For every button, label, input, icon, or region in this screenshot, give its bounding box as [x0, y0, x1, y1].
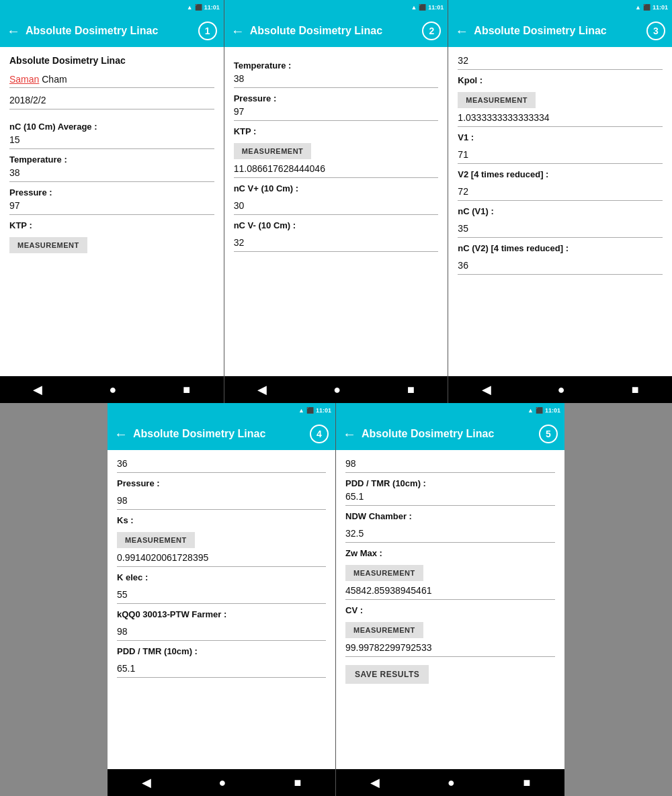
time-1: 11:01 — [204, 4, 220, 11]
header-title-3: Absolute Dosimetry Linac — [474, 25, 641, 37]
nav-bar-3: ◀ ● ■ — [448, 376, 672, 403]
content-1: Absolute Dosimetry Linac Saman Cham 2018… — [0, 47, 224, 376]
nav-back-5[interactable]: ◀ — [370, 775, 380, 790]
battery-icon-2: ⬛ — [419, 4, 426, 11]
signal-icon-4: ▲ — [298, 407, 304, 414]
nav-square-3[interactable]: ■ — [632, 383, 639, 397]
nc-v2-value-3: 36 — [458, 260, 663, 275]
nav-bar-5: ◀ ● ■ — [336, 769, 564, 796]
nav-home-2[interactable]: ● — [333, 383, 341, 397]
battery-icon-5: ⬛ — [536, 407, 543, 414]
nc-vplus-label-2: nC V+ (10 Cm) : — [234, 183, 439, 193]
status-bar-3: ▲ ⬛ 11:01 — [448, 0, 672, 15]
nc-label-1: nC (10 Cm) Average : — [9, 122, 214, 132]
nav-bar-2: ◀ ● ■ — [224, 376, 448, 403]
time-5: 11:01 — [545, 407, 560, 414]
nav-back-4[interactable]: ◀ — [142, 775, 151, 790]
nav-home-3[interactable]: ● — [558, 383, 565, 397]
v2-label-3: V2 [4 times reduced] : — [458, 169, 663, 179]
back-button-4[interactable]: ← — [114, 427, 128, 442]
app-header-1: ← Absolute Dosimetry Linac 1 — [0, 15, 224, 47]
status-icons-2: ▲ ⬛ 11:01 — [411, 4, 444, 11]
cv-label-5: CV : — [345, 605, 555, 615]
screen-3: ▲ ⬛ 11:01 ← Absolute Dosimetry Linac 3 3… — [448, 0, 672, 403]
kelec-value-4: 55 — [117, 589, 326, 604]
nav-bar-4: ◀ ● ■ — [108, 769, 335, 796]
measurement-button-4[interactable]: MEASUREMENT — [117, 532, 195, 548]
nav-back-1[interactable]: ◀ — [33, 382, 42, 397]
nc-v1-value-3: 35 — [458, 223, 663, 238]
status-bar-1: ▲ ⬛ 11:01 — [0, 0, 224, 15]
status-icons-5: ▲ ⬛ 11:01 — [528, 407, 560, 414]
screen-number-1: 1 — [198, 21, 217, 40]
app-header-2: ← Absolute Dosimetry Linac 2 — [224, 15, 448, 47]
screen-number-4: 4 — [310, 425, 329, 443]
status-icons-1: ▲ ⬛ 11:01 — [187, 4, 220, 11]
ks-value-4: 0.9914020061728395 — [117, 552, 326, 567]
nav-home-1[interactable]: ● — [109, 383, 116, 397]
nc-v1-label-3: nC (V1) : — [458, 206, 663, 216]
measurement-button-3[interactable]: MEASUREMENT — [458, 92, 536, 108]
pressure-value-2: 97 — [234, 106, 439, 121]
status-icons-4: ▲ ⬛ 11:01 — [298, 407, 331, 414]
pdd-value-4: 65.1 — [117, 663, 326, 678]
ndw-label-5: NDW Chamber : — [345, 511, 555, 521]
nc-vplus-value-2: 30 — [234, 200, 439, 215]
nav-square-1[interactable]: ■ — [183, 383, 190, 397]
save-results-button[interactable]: SAVE RESULTS — [345, 665, 429, 684]
temperature-value-1: 38 — [9, 167, 214, 182]
nav-square-2[interactable]: ■ — [407, 383, 415, 397]
measurement-button-2[interactable]: MEASUREMENT — [234, 143, 312, 159]
battery-icon: ⬛ — [195, 4, 202, 11]
time-4: 11:01 — [316, 407, 331, 414]
status-bar-4: ▲ ⬛ 11:01 — [108, 403, 335, 418]
signal-icon-3: ▲ — [635, 4, 641, 11]
nav-home-4[interactable]: ● — [219, 776, 226, 790]
content-3: 32 Kpol : MEASUREMENT 1.0333333333333334… — [448, 47, 672, 376]
back-button-3[interactable]: ← — [455, 24, 468, 39]
ktp-value-2: 11.086617628444046 — [234, 163, 439, 178]
nav-back-3[interactable]: ◀ — [482, 382, 491, 397]
status-bar-5: ▲ ⬛ 11:01 — [336, 403, 564, 418]
value-top-5: 98 — [345, 458, 555, 473]
patient-name-underline: Saman — [9, 74, 39, 85]
measurement-button-1[interactable]: MEASUREMENT — [9, 237, 87, 253]
pdd-value-5: 65.1 — [345, 491, 555, 506]
ks-label-4: Ks : — [117, 515, 326, 525]
status-icons-3: ▲ ⬛ 11:01 — [635, 4, 668, 11]
nav-bar-1: ◀ ● ■ — [0, 376, 224, 403]
header-title-4: Absolute Dosimetry Linac — [133, 428, 304, 440]
zw-value-5: 45842.85938945461 — [345, 585, 555, 600]
nav-square-5[interactable]: ■ — [523, 776, 530, 790]
measurement-button-5a[interactable]: MEASUREMENT — [345, 565, 423, 581]
pressure-label-4: Pressure : — [117, 478, 326, 488]
zw-label-5: Zw Max : — [345, 548, 555, 558]
v1-value-3: 71 — [458, 149, 663, 164]
pressure-label-1: Pressure : — [9, 187, 214, 197]
page-title-1: Absolute Dosimetry Linac — [9, 55, 214, 66]
kelec-label-4: K elec : — [117, 572, 326, 582]
nav-square-4[interactable]: ■ — [294, 776, 302, 790]
signal-icon-5: ▲ — [528, 407, 534, 414]
nav-home-5[interactable]: ● — [448, 776, 455, 790]
signal-icon-2: ▲ — [411, 4, 417, 11]
signal-icon: ▲ — [187, 4, 193, 11]
screen-1: ▲ ⬛ 11:01 ← Absolute Dosimetry Linac 1 A… — [0, 0, 224, 403]
kqq0-label-4: kQQ0 30013-PTW Farmer : — [117, 609, 326, 619]
back-button-1[interactable]: ← — [7, 24, 20, 39]
nc-v2-label-3: nC (V2) [4 times reduced] : — [458, 243, 663, 253]
patient-name: Saman Cham — [9, 74, 214, 88]
back-button-5[interactable]: ← — [343, 427, 356, 442]
status-bar-2: ▲ ⬛ 11:01 — [224, 0, 448, 15]
measurement-button-5b[interactable]: MEASUREMENT — [345, 622, 423, 638]
cv-value-5: 99.99782299792533 — [345, 642, 555, 657]
back-button-2[interactable]: ← — [231, 24, 245, 39]
time-2: 11:01 — [428, 4, 444, 11]
screen-4: ▲ ⬛ 11:01 ← Absolute Dosimetry Linac 4 3… — [108, 403, 336, 796]
ktp-label-1: KTP : — [9, 220, 214, 230]
battery-icon-4: ⬛ — [306, 407, 314, 414]
battery-icon-3: ⬛ — [643, 4, 650, 11]
nav-back-2[interactable]: ◀ — [257, 382, 267, 397]
nc-vminus-label-2: nC V- (10 Cm) : — [234, 220, 439, 230]
kpol-value-3: 1.0333333333333334 — [458, 112, 663, 127]
